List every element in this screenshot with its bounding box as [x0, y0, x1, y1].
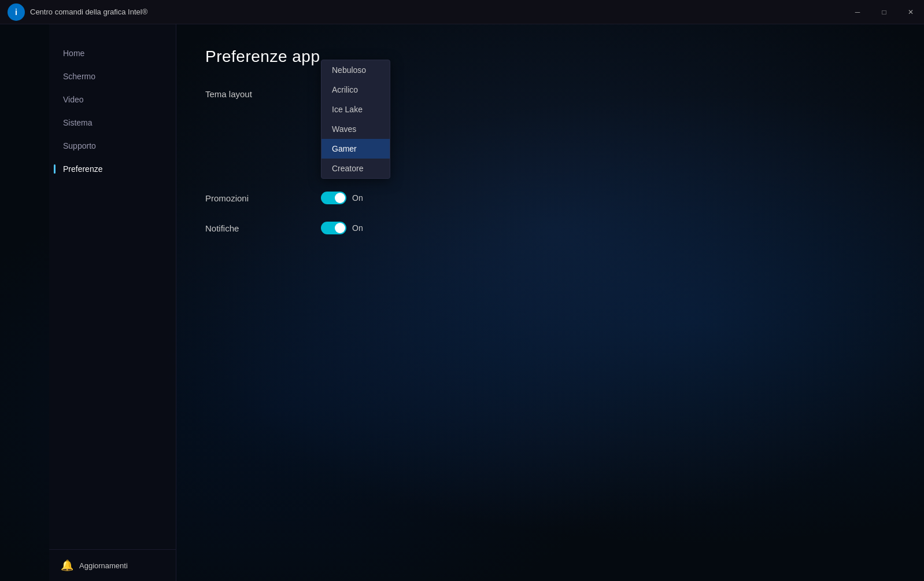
- page-title: Preferenze app: [205, 47, 895, 66]
- minimize-button[interactable]: ─: [844, 0, 871, 24]
- close-button[interactable]: ✕: [897, 0, 924, 24]
- settings-row-tema: Tema layout Nebuloso Acrilico Ice Lake W…: [205, 89, 895, 99]
- dropdown-item-nebuloso[interactable]: Nebuloso: [321, 60, 390, 80]
- app-title: Centro comandi della grafica Intel®: [30, 8, 844, 16]
- sidebar-item-home[interactable]: Home: [49, 42, 176, 65]
- sidebar-item-video[interactable]: Video: [49, 88, 176, 111]
- dropdown-item-creatore[interactable]: Creatore: [321, 159, 390, 178]
- updates-label: Aggiornamenti: [79, 561, 128, 570]
- sidebar-nav: Home Schermo Video Sistema Supporto Pref…: [49, 24, 176, 549]
- sidebar-bottom[interactable]: 🔔 Aggiornamenti: [49, 549, 176, 581]
- window-controls: ─ □ ✕: [844, 0, 924, 24]
- notifiche-toggle-wrapper: On: [321, 222, 363, 234]
- bell-icon: 🔔: [61, 559, 73, 572]
- dropdown-item-waves[interactable]: Waves: [321, 119, 390, 139]
- svg-text:i: i: [15, 8, 17, 17]
- settings-row-promozioni: Promozioni On: [205, 192, 895, 204]
- settings-row-notifiche: Notifiche On: [205, 222, 895, 234]
- dropdown-item-acrilico[interactable]: Acrilico: [321, 80, 390, 100]
- dropdown-item-gamer[interactable]: Gamer: [321, 139, 390, 159]
- dropdown-item-ice-lake[interactable]: Ice Lake: [321, 100, 390, 119]
- sidebar-item-supporto[interactable]: Supporto: [49, 134, 176, 157]
- tema-dropdown-menu: Nebuloso Acrilico Ice Lake Waves Gamer C…: [321, 60, 390, 179]
- promozioni-toggle-wrapper: On: [321, 192, 363, 204]
- titlebar: i Centro comandi della grafica Intel® ─ …: [0, 0, 924, 24]
- notifiche-toggle[interactable]: [321, 222, 346, 234]
- sidebar-item-sistema[interactable]: Sistema: [49, 111, 176, 134]
- sidebar-item-schermo[interactable]: Schermo: [49, 65, 176, 88]
- promozioni-toggle[interactable]: [321, 192, 346, 204]
- tema-layout-label: Tema layout: [205, 89, 309, 99]
- notifiche-toggle-label: On: [352, 223, 363, 233]
- notifiche-label: Notifiche: [205, 223, 309, 233]
- promozioni-label: Promozioni: [205, 193, 309, 203]
- sidebar-item-preferenze[interactable]: Preferenze: [49, 157, 176, 181]
- promozioni-toggle-label: On: [352, 193, 363, 203]
- main-content: Preferenze app Tema layout Nebuloso Acri…: [176, 24, 924, 581]
- intel-logo-icon: i: [7, 3, 25, 21]
- intel-logo-container: i: [6, 2, 27, 23]
- maximize-button[interactable]: □: [871, 0, 897, 24]
- sidebar: Home Schermo Video Sistema Supporto Pref…: [49, 24, 176, 581]
